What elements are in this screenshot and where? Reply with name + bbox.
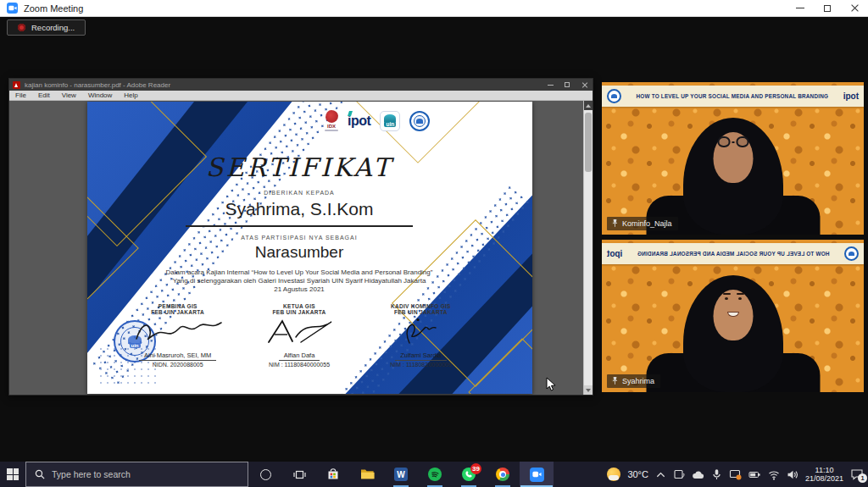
- close-button[interactable]: [841, 0, 868, 16]
- signatory-pembina: uin PEMBINA GIS FEB UIN JAKARTA Aini Mas…: [117, 303, 238, 368]
- uin-seal-icon: [607, 89, 621, 103]
- menu-window[interactable]: Window: [82, 91, 118, 99]
- certificate-title: SERTIFIKAT: [117, 152, 481, 182]
- battery-icon[interactable]: [748, 469, 761, 480]
- weather-icon[interactable]: [607, 468, 620, 481]
- whatsapp-button[interactable]: 39: [452, 462, 486, 487]
- event-banner: HOW TO LEVEL UP YOUR SOCIAL MEDIA AND PE…: [602, 86, 864, 107]
- whatsapp-badge: 39: [470, 463, 481, 474]
- cortana-icon: [260, 469, 271, 480]
- role-text: Narasumber: [117, 243, 481, 262]
- glasses-icon: [717, 136, 748, 147]
- recording-label: Recording...: [31, 23, 75, 32]
- event-banner-mirrored: HOW TO LEVEL UP YOUR SOCIAL MEDIA AND PE…: [602, 243, 864, 264]
- signatory-name: Alfian Dafa: [279, 351, 320, 361]
- task-view-button[interactable]: [282, 462, 316, 487]
- eyebrow: [723, 293, 731, 295]
- given-to-label: DIBERIKAN KEPADA: [117, 190, 481, 196]
- screen: Zoom Meeting Recording... kajian kominfo…: [0, 0, 868, 487]
- word-button[interactable]: W: [384, 462, 418, 487]
- signature-icon: [238, 315, 359, 346]
- chrome-icon: [496, 468, 509, 481]
- pdf-window-title: kajian kominfo - narasumber.pdf - Adobe …: [25, 81, 170, 89]
- signatory-org: FEB UIN JAKARTA: [117, 309, 238, 315]
- screen-share-icon[interactable]: [729, 468, 742, 480]
- action-center-button[interactable]: 1: [850, 468, 864, 480]
- pin-icon: [611, 376, 619, 386]
- pdf-restore-button[interactable]: [559, 79, 576, 91]
- whatsapp-icon: 39: [462, 468, 476, 481]
- signatory-name: Zulfami Sardia: [395, 351, 446, 361]
- restore-button[interactable]: [814, 0, 841, 16]
- tray-chevron-icon[interactable]: [655, 470, 666, 479]
- scrollbar-thumb[interactable]: [585, 113, 592, 172]
- adobe-reader-icon: [13, 81, 20, 89]
- recording-indicator[interactable]: Recording...: [7, 19, 86, 36]
- signatory-title: PEMBINA GIS: [117, 303, 238, 309]
- participant-name-tag: Kominfo_Najla: [607, 217, 678, 230]
- banner-text: HOW TO LEVEL UP YOUR SOCIAL MEDIA AND PE…: [626, 251, 840, 257]
- banner-text: HOW TO LEVEL UP YOUR SOCIAL MEDIA AND PE…: [626, 93, 839, 99]
- video-tile-kominfo-najla[interactable]: HOW TO LEVEL UP YOUR SOCIAL MEDIA AND PE…: [602, 82, 864, 235]
- zoom-taskbar-button[interactable]: [520, 462, 554, 487]
- video-tile-syahrima[interactable]: HOW TO LEVEL UP YOUR SOCIAL MEDIA AND PE…: [602, 240, 864, 392]
- chrome-button[interactable]: [486, 462, 520, 487]
- tray-date: 21/08/2021: [805, 474, 843, 483]
- menu-file[interactable]: File: [9, 91, 32, 99]
- store-icon: [326, 468, 340, 481]
- microsoft-store-button[interactable]: [316, 462, 350, 487]
- recipient-name: Syahrima, S.I.Kom: [117, 199, 481, 219]
- signatory-ketua: KETUA GIS FEB UIN JAKARTA Alfian Dafa NI…: [238, 303, 359, 368]
- menu-edit[interactable]: Edit: [32, 91, 56, 99]
- menu-help[interactable]: Help: [118, 91, 143, 99]
- clock[interactable]: 11:10 21/08/2021: [805, 466, 843, 483]
- taskbar-search[interactable]: [25, 462, 248, 487]
- signatory-id: NIDN. 2020088005: [117, 362, 238, 368]
- tray-time: 11:10: [805, 466, 843, 474]
- participant-name: Syahrima: [622, 377, 654, 385]
- event-line-1: Dalam acara Kajian Internal “How to Leve…: [117, 268, 481, 277]
- wifi-icon[interactable]: [768, 469, 780, 480]
- temperature-label[interactable]: 30°C: [627, 469, 648, 479]
- zoom-icon: [530, 468, 544, 482]
- certificate-page: IDX ipot uin: [87, 102, 532, 394]
- pdf-close-button[interactable]: [576, 79, 593, 91]
- signature-row: uin PEMBINA GIS FEB UIN JAKARTA Aini Mas…: [117, 303, 481, 368]
- spotify-icon: [428, 468, 442, 481]
- zoom-app-icon: [7, 3, 18, 14]
- signatory-title: KADIV KOMINFO GIS: [360, 303, 481, 309]
- search-icon: [35, 469, 45, 479]
- signature-icon: [360, 315, 481, 346]
- zoom-window-titlebar: Zoom Meeting: [0, 0, 868, 17]
- scroll-up-button[interactable]: [584, 101, 593, 110]
- pdf-titlebar: kajian kominfo - narasumber.pdf - Adobe …: [9, 79, 593, 91]
- meeting-content-area: Recording... kajian kominfo - narasumber…: [0, 17, 868, 462]
- search-input[interactable]: [52, 469, 221, 479]
- minimize-button[interactable]: [787, 0, 814, 16]
- eyebrow: [737, 293, 744, 295]
- task-view-icon: [293, 468, 306, 481]
- menu-view[interactable]: View: [56, 91, 82, 99]
- pdf-menubar: File Edit View Window Help: [9, 91, 593, 101]
- participant-name-tag: Syahrima: [607, 374, 660, 388]
- cortana-button[interactable]: [248, 462, 282, 487]
- mouse-cursor: [546, 377, 557, 392]
- recording-dot-icon: [18, 24, 25, 31]
- tablet-mode-icon[interactable]: [673, 468, 685, 480]
- scroll-down-button[interactable]: [584, 385, 593, 395]
- recipient-underline: [186, 225, 413, 227]
- window-title: Zoom Meeting: [24, 3, 83, 14]
- pdf-scrollbar[interactable]: [583, 101, 593, 395]
- speaker-icon[interactable]: [787, 469, 798, 480]
- onedrive-cloud-icon[interactable]: [692, 470, 704, 479]
- signature-icon: [117, 315, 238, 346]
- start-button[interactable]: [0, 462, 25, 487]
- file-explorer-icon: [360, 468, 375, 480]
- system-tray: 30°C 11:10 21/08/2021 1: [607, 462, 868, 487]
- signatory-org: FEB UIN JAKARTA: [360, 309, 481, 315]
- microphone-icon[interactable]: [711, 468, 722, 480]
- spotify-button[interactable]: [418, 462, 452, 487]
- signatory-kadiv: KADIV KOMINFO GIS FEB UIN JAKARTA Zulfam…: [360, 303, 481, 368]
- file-explorer-button[interactable]: [350, 462, 384, 487]
- pdf-minimize-button[interactable]: [542, 79, 559, 91]
